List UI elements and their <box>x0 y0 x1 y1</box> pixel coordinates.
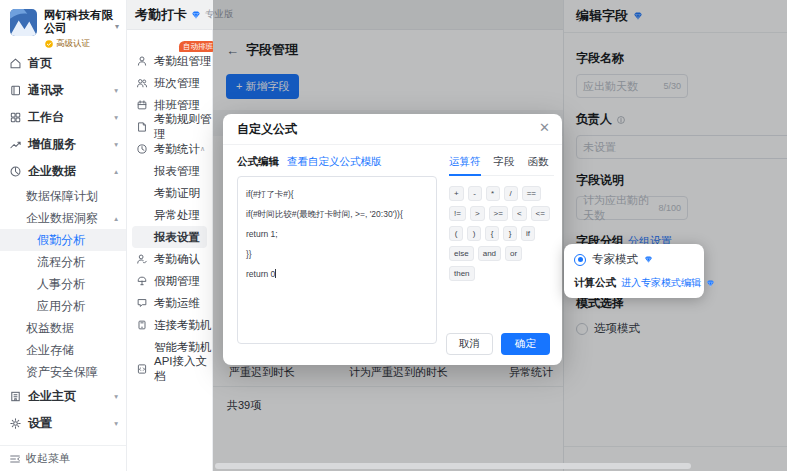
sidebar-item-home[interactable]: 首页 <box>0 50 126 77</box>
operator-button[interactable]: + <box>449 186 464 201</box>
menu-item-report-management[interactable]: 报表管理 <box>127 160 212 182</box>
code-line: }} <box>246 244 428 264</box>
umbrella-icon <box>136 275 148 287</box>
horizontal-scrollbar[interactable] <box>215 463 691 469</box>
tab-functions[interactable]: 函数 <box>528 155 549 169</box>
sidebar-item-hr-analysis[interactable]: 人事分析 <box>0 273 126 295</box>
cancel-button[interactable]: 取消 <box>446 333 493 355</box>
operator-button[interactable]: if <box>521 226 535 241</box>
menu-item-holiday-management[interactable]: 假期管理 <box>127 270 212 292</box>
sidebar-item-data-insight[interactable]: 企业数据洞察 ▴ <box>0 207 126 229</box>
gear-icon <box>9 417 22 430</box>
operator-button[interactable]: <= <box>531 206 550 221</box>
medal-icon <box>44 39 54 49</box>
chevron-down-icon: ▾ <box>115 22 119 31</box>
collapse-menu-button[interactable]: 收起菜单 <box>0 445 126 471</box>
people-icon <box>136 77 148 89</box>
modal-title: 自定义公式 <box>237 121 297 138</box>
chevron-down-icon: ▾ <box>114 392 118 401</box>
person-icon <box>136 55 148 67</box>
sidebar-item-enterprise-homepage[interactable]: 企业主页 ▾ <box>0 383 126 410</box>
collapse-icon <box>9 453 21 465</box>
enter-expert-mode-link[interactable]: 进入专家模式编辑 <box>621 276 701 290</box>
expert-mode-radio[interactable]: 专家模式 <box>574 252 694 267</box>
building-icon <box>9 390 22 403</box>
chevron-up-icon: ▴ <box>114 167 118 176</box>
operator-button[interactable]: - <box>468 186 482 201</box>
operator-button[interactable]: or <box>505 246 522 261</box>
device-icon <box>136 319 148 331</box>
menu-item-report-settings[interactable]: 报表设置 <box>132 226 207 248</box>
tab-operators[interactable]: 运算符 <box>449 155 481 169</box>
operator-button[interactable]: == <box>522 186 541 201</box>
custom-formula-modal: 自定义公式 ✕ 公式编辑 查看自定义公式模版 if(#打了卡#){ if(#时间… <box>223 114 562 365</box>
sidebar-item-process-analysis[interactable]: 流程分析 <box>0 251 126 273</box>
home-icon <box>9 57 22 70</box>
chevron-down-icon: ▾ <box>114 86 118 95</box>
company-name: 网钉科技有限公司 <box>44 9 116 35</box>
sidebar-item-workbench[interactable]: 工作台 ▾ <box>0 104 126 131</box>
operator-button[interactable]: != <box>449 206 466 221</box>
text-cursor <box>275 269 276 278</box>
diamond-icon <box>706 279 715 288</box>
menu-item-attendance-proof[interactable]: 考勤证明 <box>127 182 212 204</box>
api-icon <box>136 363 148 375</box>
menu-item-shift-management[interactable]: 班次管理 <box>127 72 212 94</box>
operator-button[interactable]: ( <box>449 226 463 241</box>
diamond-icon <box>191 10 201 20</box>
menu-item-attendance-statistics[interactable]: 考勤统计 ∧ <box>127 138 212 160</box>
operator-button[interactable]: < <box>512 206 527 221</box>
operator-button[interactable]: } <box>503 226 517 241</box>
operator-button[interactable]: then <box>449 266 475 281</box>
menu-item-attendance-ops[interactable]: 考勤运维 <box>127 292 212 314</box>
chevron-up-icon: ∧ <box>200 321 205 329</box>
certification-badge: 高级认证 <box>44 38 116 50</box>
expert-mode-spotlight: 专家模式 计算公式 进入专家模式编辑 <box>564 244 704 298</box>
menu-item-attendance-rules[interactable]: 考勤规则管理 <box>127 116 212 138</box>
operator-button[interactable]: >= <box>489 206 508 221</box>
calendar-icon <box>136 99 148 111</box>
sidebar-item-app-analysis[interactable]: 应用分析 <box>0 295 126 317</box>
chevron-down-icon: ▾ <box>114 140 118 149</box>
operator-button[interactable]: * <box>486 186 500 201</box>
menu-item-connect-machine[interactable]: 连接考勤机 ∧ <box>127 314 212 336</box>
code-line: if(#时间比较#(最晚打卡时间, >=, '20:30')){ <box>246 204 428 224</box>
grid-icon <box>9 111 22 124</box>
diamond-icon <box>644 255 653 264</box>
confirm-button[interactable]: 确定 <box>501 333 550 355</box>
formula-code-editor[interactable]: if(#打了卡#){ if(#时间比较#(最晚打卡时间, >=, '20:30'… <box>237 176 437 344</box>
code-line: return 1; <box>246 224 428 244</box>
sidebar-item-settings[interactable]: 设置 ▾ <box>0 410 126 437</box>
document-icon <box>136 121 148 133</box>
close-icon[interactable]: ✕ <box>539 121 550 134</box>
check-person-icon <box>136 253 148 265</box>
operator-button[interactable]: / <box>504 186 518 201</box>
menu-item-api-docs[interactable]: API接入文档 <box>127 358 212 380</box>
sidebar-item-enterprise-data[interactable]: 企业数据 ▴ <box>0 158 126 185</box>
sidebar-item-asset-security[interactable]: 资产安全保障 <box>0 361 126 383</box>
sidebar-item-contacts[interactable]: 通讯录 ▾ <box>0 77 126 104</box>
sidebar-item-attendance-analysis[interactable]: 假勤分析 <box>0 229 126 251</box>
trend-icon <box>9 138 22 151</box>
sidebar-item-rights-data[interactable]: 权益数据 <box>0 317 126 339</box>
menu-item-exception-handling[interactable]: 异常处理 <box>127 204 212 226</box>
code-line: return 0 <box>246 264 428 284</box>
menu-item-attendance-groups[interactable]: 考勤组管理 自动排班 <box>127 50 212 72</box>
formula-template-link[interactable]: 查看自定义公式模版 <box>287 155 382 169</box>
tab-fields[interactable]: 字段 <box>494 155 515 169</box>
operator-button[interactable]: > <box>470 206 485 221</box>
sidebar-item-data-protection[interactable]: 数据保障计划 <box>0 185 126 207</box>
menu-item-attendance-confirmation[interactable]: 考勤确认 <box>127 248 212 270</box>
chevron-down-icon: ▾ <box>114 113 118 122</box>
clock-icon <box>136 143 148 155</box>
operator-button[interactable]: { <box>485 226 499 241</box>
operator-button[interactable]: ) <box>467 226 481 241</box>
operator-button[interactable]: else <box>449 246 474 261</box>
contacts-icon <box>9 84 22 97</box>
promo-badge: 自动排班 <box>179 41 217 52</box>
company-switcher[interactable]: 网钉科技有限公司 高级认证 ▾ <box>0 0 126 50</box>
pie-icon <box>9 165 22 178</box>
operator-button[interactable]: and <box>478 246 501 261</box>
sidebar-item-value-services[interactable]: 增值服务 ▾ <box>0 131 126 158</box>
sidebar-item-enterprise-storage[interactable]: 企业存储 <box>0 339 126 361</box>
